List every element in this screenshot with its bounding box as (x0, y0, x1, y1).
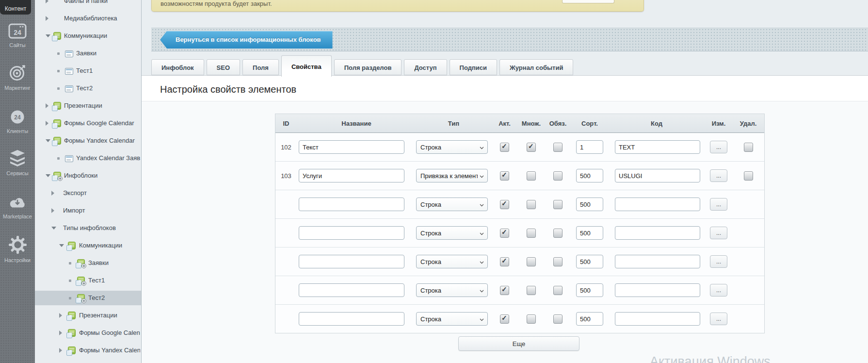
property-name-input[interactable] (299, 198, 404, 211)
rail-item-content[interactable]: Контент (0, 0, 31, 15)
expand-arrow-icon[interactable] (46, 34, 50, 37)
property-code-input[interactable] (615, 255, 700, 268)
property-code-input[interactable] (615, 198, 700, 211)
collapse-arrow-icon[interactable] (51, 208, 54, 213)
required-checkbox[interactable] (553, 257, 563, 266)
property-type-select[interactable]: Строка (416, 198, 488, 211)
tree-item-коммуникации[interactable]: Коммуникации (35, 29, 141, 43)
collapse-arrow-icon[interactable] (46, 103, 48, 108)
rail-item-marketplace[interactable]: Marketplace (0, 196, 35, 219)
property-sort-input[interactable] (576, 140, 603, 154)
property-edit-button[interactable]: ... (710, 141, 727, 153)
collapse-arrow-icon[interactable] (59, 313, 62, 318)
multiple-checkbox[interactable] (527, 229, 536, 238)
property-code-input[interactable] (615, 283, 700, 297)
required-checkbox[interactable] (553, 286, 563, 295)
property-sort-input[interactable] (576, 255, 603, 268)
collapse-arrow-icon[interactable] (59, 348, 62, 353)
tree-item-тест2[interactable]: Тест2 (35, 291, 141, 305)
property-type-select[interactable]: Строка (416, 140, 488, 154)
notice-button[interactable] (562, 0, 614, 3)
expand-arrow-icon[interactable] (46, 139, 50, 142)
tree-item-медиабиблиотека[interactable]: Медиабиблиотека (35, 11, 141, 26)
collapse-arrow-icon[interactable] (59, 330, 62, 335)
active-checkbox[interactable] (500, 314, 509, 324)
tree-item-тест2[interactable]: Тест2 (35, 81, 141, 96)
active-checkbox[interactable] (500, 171, 509, 181)
tree-item-инфоблоки[interactable]: Инфоблоки (35, 168, 141, 183)
tree-item-заявки[interactable]: Заявки (35, 256, 141, 270)
tab-6[interactable]: Доступ (404, 59, 447, 75)
collapse-arrow-icon[interactable] (51, 191, 54, 196)
property-sort-input[interactable] (576, 226, 603, 240)
delete-checkbox[interactable] (744, 143, 753, 152)
property-edit-button[interactable]: ... (710, 284, 727, 297)
active-checkbox[interactable] (500, 229, 509, 238)
property-edit-button[interactable]: ... (710, 169, 727, 182)
required-checkbox[interactable] (553, 143, 563, 152)
tree-item-формы-google-calendar[interactable]: Формы Google Calendar (35, 326, 141, 340)
property-edit-button[interactable]: ... (710, 198, 727, 211)
property-name-input[interactable] (299, 255, 404, 268)
tab-2[interactable]: SEO (207, 59, 240, 75)
property-sort-input[interactable] (576, 312, 603, 326)
tab-5[interactable]: Поля разделов (334, 59, 402, 75)
property-type-select[interactable]: Привязка к элемент (416, 169, 488, 182)
rail-item-sites[interactable]: 24 Сайты (0, 23, 35, 48)
property-type-select[interactable]: Строка (416, 312, 488, 326)
multiple-checkbox[interactable] (527, 143, 536, 152)
tree-item-заявки[interactable]: Заявки (35, 46, 141, 61)
tree-item-формы-yandex-calendar[interactable]: Формы Yandex Calendar (35, 343, 141, 358)
property-sort-input[interactable] (576, 169, 603, 182)
property-type-select[interactable]: Строка (416, 255, 488, 268)
multiple-checkbox[interactable] (527, 200, 536, 209)
tree-item-импорт[interactable]: Импорт (35, 203, 141, 218)
tab-8[interactable]: Журнал событий (499, 59, 573, 75)
property-code-input[interactable] (615, 140, 700, 154)
tree-item-формы-yandex-calendar[interactable]: Формы Yandex Calendar (35, 133, 141, 148)
multiple-checkbox[interactable] (527, 286, 536, 295)
rail-item-settings[interactable]: Настройки (0, 236, 35, 263)
active-checkbox[interactable] (500, 286, 509, 295)
tree-item-формы-google-calendar[interactable]: Формы Google Calendar (35, 116, 141, 131)
property-sort-input[interactable] (576, 283, 603, 297)
active-checkbox[interactable] (500, 200, 509, 209)
tree-item-презентации[interactable]: Презентации (35, 308, 141, 323)
expand-arrow-icon[interactable] (46, 174, 50, 177)
back-to-list-button[interactable]: Вернуться в список информационных блоков (160, 31, 333, 49)
collapse-arrow-icon[interactable] (46, 16, 48, 21)
multiple-checkbox[interactable] (527, 257, 536, 266)
collapse-arrow-icon[interactable] (46, 121, 48, 126)
tab-1[interactable]: Инфоблок (151, 59, 204, 75)
tree-item-экспорт[interactable]: Экспорт (35, 186, 141, 200)
property-name-input[interactable] (299, 226, 404, 240)
tree-item-коммуникации[interactable]: Коммуникации (35, 238, 141, 253)
expand-arrow-icon[interactable] (51, 227, 56, 230)
multiple-checkbox[interactable] (527, 171, 536, 181)
property-name-input[interactable] (299, 283, 404, 297)
tree-item-файлы-и-папки[interactable]: Файлы и папки (35, 0, 141, 8)
collapse-arrow-icon[interactable] (46, 0, 48, 3)
property-edit-button[interactable]: ... (710, 313, 727, 325)
more-button[interactable]: Еще (458, 336, 579, 351)
required-checkbox[interactable] (553, 229, 563, 238)
delete-checkbox[interactable] (744, 171, 753, 181)
required-checkbox[interactable] (553, 171, 563, 181)
multiple-checkbox[interactable] (527, 314, 536, 324)
tab-7[interactable]: Подписи (450, 59, 497, 75)
tree-item-yandex-calendar-заявки[interactable]: Yandex Calendar Заявки (35, 151, 141, 165)
property-sort-input[interactable] (576, 198, 603, 211)
property-code-input[interactable] (615, 312, 700, 326)
required-checkbox[interactable] (553, 200, 563, 209)
required-checkbox[interactable] (553, 314, 563, 324)
property-name-input[interactable] (299, 169, 404, 182)
property-code-input[interactable] (615, 169, 700, 182)
rail-item-services[interactable]: Сервисы (0, 149, 35, 176)
active-checkbox[interactable] (500, 257, 509, 266)
active-checkbox[interactable] (500, 143, 509, 152)
tab-3[interactable]: Поля (242, 59, 279, 75)
tree-item-типы-инфоблоков[interactable]: Типы инфоблоков (35, 221, 141, 235)
expand-arrow-icon[interactable] (59, 244, 64, 247)
tree-item-тест1[interactable]: Тест1 (35, 64, 141, 78)
tree-item-тест1[interactable]: Тест1 (35, 273, 141, 288)
